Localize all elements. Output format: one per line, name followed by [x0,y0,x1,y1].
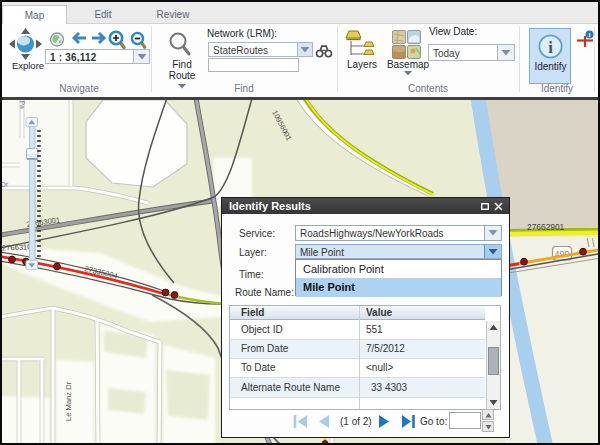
svg-text:Pa: Pa [19,101,26,110]
svg-text:Le Manz Dr: Le Manz Dr [64,381,73,421]
svg-text:27662901: 27662901 [527,222,565,232]
svg-text:i: i [589,31,591,39]
svg-text:i: i [548,38,553,57]
